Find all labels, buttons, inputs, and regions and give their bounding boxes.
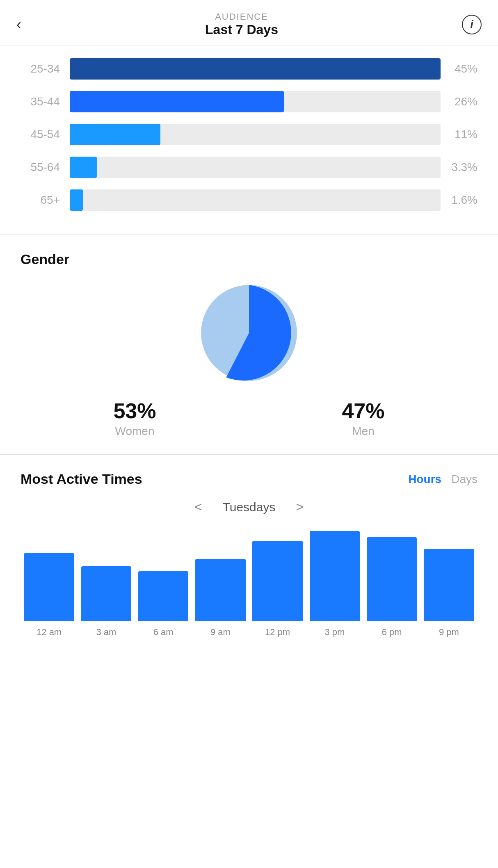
gender-section: Gender 53% Women 47% Men (0, 235, 498, 454)
gender-pie-chart (196, 280, 302, 386)
bar-label: 6 am (153, 627, 174, 638)
day-navigator: < Tuesdays > (21, 499, 477, 515)
age-percent: 1.6% (441, 194, 477, 207)
age-bar-fill (70, 189, 83, 211)
bar-group: 6 am (135, 571, 192, 638)
header: ‹ AUDIENCE Last 7 Days i (0, 0, 498, 46)
info-button[interactable]: i (462, 15, 482, 34)
bar (367, 537, 417, 621)
header-title: Last 7 Days (205, 22, 278, 37)
active-toggle: Hours Days (408, 473, 477, 486)
men-percent: 47% (342, 399, 384, 423)
age-bar-fill (70, 91, 284, 112)
bar-label: 9 pm (439, 627, 459, 638)
bar (310, 531, 360, 621)
age-percent: 45% (441, 62, 477, 75)
age-percent: 11% (441, 128, 477, 141)
header-subtitle: AUDIENCE (205, 11, 278, 22)
bar-label: 3 am (96, 627, 116, 638)
bar (195, 559, 246, 621)
bar-group: 3 pm (306, 531, 363, 638)
age-section: 25-34 45% 35-44 26% 45-54 11% 55-64 3.3% (0, 46, 498, 235)
bar-label: 3 pm (324, 627, 345, 638)
bar (138, 571, 189, 621)
age-bar-fill (70, 157, 97, 178)
gender-title: Gender (21, 251, 477, 267)
age-label: 25-34 (21, 62, 70, 75)
bar (81, 566, 132, 621)
women-percent: 53% (113, 399, 156, 423)
bar-chart: 12 am 3 am 6 am 9 am 12 pm 3 pm 6 pm 9 p… (21, 531, 477, 638)
men-stat: 47% Men (342, 399, 384, 438)
age-row: 25-34 45% (21, 58, 477, 80)
men-label: Men (342, 425, 384, 438)
age-label: 35-44 (21, 95, 70, 108)
gender-stats: 53% Women 47% Men (21, 399, 477, 438)
age-label: 45-54 (21, 128, 70, 141)
age-bar-container (70, 91, 441, 112)
active-title: Most Active Times (21, 471, 142, 487)
bar-label: 9 am (210, 627, 231, 638)
age-row: 35-44 26% (21, 91, 477, 112)
bar-group: 3 am (78, 566, 135, 638)
age-label: 65+ (21, 194, 70, 207)
bar-group: 9 am (192, 559, 249, 638)
day-label: Tuesdays (223, 500, 276, 514)
age-bar-container (70, 58, 441, 80)
bar-group: 12 am (21, 553, 78, 638)
bar-group: 12 pm (249, 541, 306, 638)
age-row: 45-54 11% (21, 124, 477, 145)
women-label: Women (113, 425, 156, 438)
bar-label: 12 pm (265, 627, 290, 638)
bar-group: 6 pm (363, 537, 420, 638)
bar (424, 549, 474, 621)
age-bar-fill (70, 124, 160, 145)
age-bar-container (70, 189, 441, 211)
days-toggle[interactable]: Days (451, 473, 477, 486)
age-percent: 26% (441, 95, 477, 108)
women-stat: 53% Women (113, 399, 156, 438)
active-header: Most Active Times Hours Days (21, 471, 477, 487)
age-bar-container (70, 157, 441, 178)
age-bar-container (70, 124, 441, 145)
age-row: 55-64 3.3% (21, 157, 477, 178)
prev-day-button[interactable]: < (194, 499, 202, 515)
bar-label: 12 am (37, 627, 62, 638)
back-button[interactable]: ‹ (16, 16, 21, 33)
age-percent: 3.3% (441, 161, 477, 174)
bar-group: 9 pm (420, 549, 477, 638)
bar (252, 541, 303, 621)
bar (24, 553, 74, 621)
pie-container (21, 280, 477, 386)
age-bar-fill (70, 58, 441, 80)
age-label: 55-64 (21, 161, 70, 174)
header-title-block: AUDIENCE Last 7 Days (205, 11, 278, 37)
next-day-button[interactable]: > (296, 499, 304, 515)
bar-label: 6 pm (382, 627, 402, 638)
hours-toggle[interactable]: Hours (408, 473, 441, 486)
age-row: 65+ 1.6% (21, 189, 477, 211)
active-times-section: Most Active Times Hours Days < Tuesdays … (0, 455, 498, 650)
